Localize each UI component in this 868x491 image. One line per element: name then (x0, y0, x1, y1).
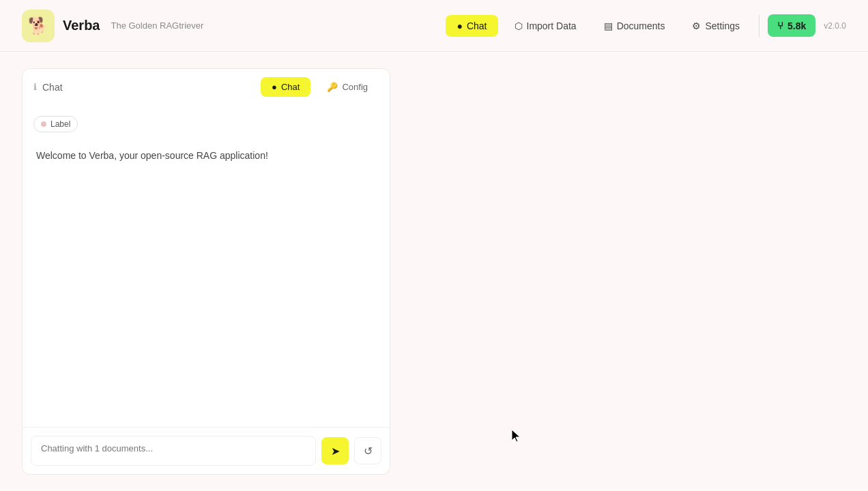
github-button[interactable]: ⑂ 5.8k (768, 14, 815, 37)
chat-input-area: ➤ ↺ (22, 427, 390, 475)
app-logo: 🐕 (22, 10, 55, 42)
main-content: ℹ Chat ● Chat 🔑 Config Label Welcome to … (0, 52, 868, 491)
right-panel (407, 68, 846, 475)
tab-chat[interactable]: ● Chat (261, 77, 310, 97)
tab-chat-label: Chat (281, 82, 300, 92)
tab-config[interactable]: 🔑 Config (316, 77, 379, 97)
import-data-icon: ⬡ (515, 20, 523, 31)
nav-chat-label: Chat (467, 20, 487, 31)
app-header: 🐕 Verba The Golden RAGtriever ● Chat ⬡ I… (0, 0, 868, 52)
nav-settings-label: Settings (705, 20, 740, 31)
chat-dot-icon: ● (457, 20, 462, 31)
app-subtitle: The Golden RAGtriever (111, 20, 203, 31)
nav-documents-label: Documents (617, 20, 665, 31)
reset-icon: ↺ (364, 445, 373, 458)
panel-tabs: ● Chat 🔑 Config (261, 77, 379, 97)
app-name: Verba (63, 18, 100, 33)
label-dot-icon (41, 121, 46, 127)
send-button[interactable]: ➤ (321, 437, 349, 464)
chat-tab-icon: ● (272, 82, 277, 92)
label-tag: Label (33, 116, 78, 132)
header-divider (759, 15, 760, 37)
settings-gear-icon: ⚙ (692, 20, 701, 31)
header-nav: ● Chat ⬡ Import Data ▤ Documents ⚙ Setti… (446, 14, 846, 37)
chat-input[interactable] (31, 436, 316, 466)
github-stars: 5.8k (787, 20, 806, 31)
logo-emoji: 🐕 (28, 16, 48, 35)
panel-title-label: Chat (42, 82, 63, 93)
github-icon: ⑂ (777, 20, 783, 31)
chat-body: Label Welcome to Verba, your open-source… (22, 105, 390, 427)
nav-settings-button[interactable]: ⚙ Settings (681, 15, 751, 37)
info-icon: ℹ (33, 82, 37, 92)
chat-panel: ℹ Chat ● Chat 🔑 Config Label Welcome to … (22, 68, 390, 475)
nav-import-data-button[interactable]: ⬡ Import Data (504, 15, 588, 37)
panel-header: ℹ Chat ● Chat 🔑 Config (22, 68, 390, 105)
nav-import-data-label: Import Data (527, 20, 577, 31)
version-label: v2.0.0 (824, 21, 846, 31)
welcome-message: Welcome to Verba, your open-source RAG a… (33, 143, 379, 168)
reset-button[interactable]: ↺ (354, 437, 381, 464)
header-left: 🐕 Verba The Golden RAGtriever (22, 10, 203, 42)
panel-title: ℹ Chat (33, 82, 63, 93)
label-tag-text: Label (50, 119, 70, 129)
nav-documents-button[interactable]: ▤ Documents (593, 15, 676, 37)
config-tab-icon: 🔑 (327, 82, 338, 92)
tab-config-label: Config (342, 82, 368, 92)
documents-icon: ▤ (604, 20, 613, 31)
send-icon: ➤ (331, 445, 340, 458)
nav-chat-button[interactable]: ● Chat (446, 15, 497, 37)
